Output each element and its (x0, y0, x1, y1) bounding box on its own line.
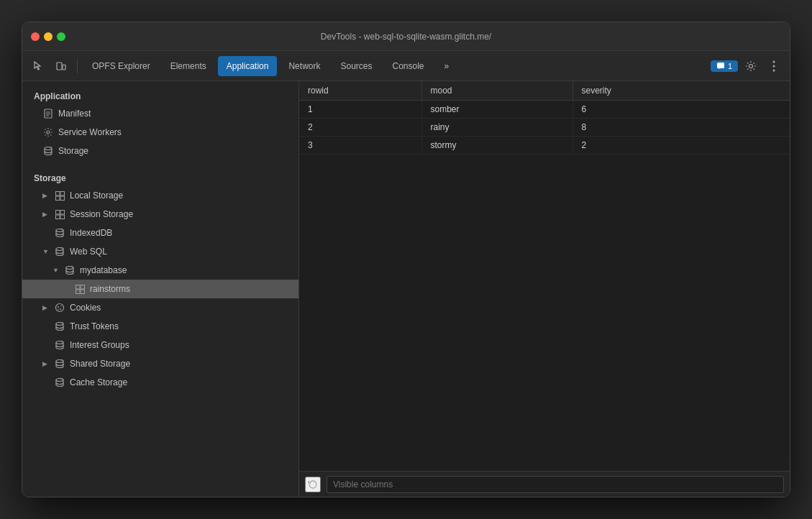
svg-rect-18 (60, 210, 65, 214)
sidebar-item-local-storage[interactable]: ▶ Local Storage (22, 186, 298, 205)
sidebar-item-manifest[interactable]: Manifest (22, 104, 298, 123)
storage-icon (42, 145, 54, 157)
tab-console[interactable]: Console (384, 56, 433, 76)
cell-severity-2: 8 (572, 119, 790, 137)
svg-point-32 (58, 309, 58, 310)
sidebar-item-cookies[interactable]: ▶ Cookies (22, 298, 298, 317)
svg-point-35 (56, 360, 63, 363)
chat-icon (716, 62, 725, 70)
svg-point-34 (56, 341, 63, 344)
tab-opfs[interactable]: OPFS Explorer (83, 56, 159, 76)
device-mode-button[interactable] (51, 56, 71, 76)
sidebar-item-mydatabase[interactable]: ▼ mydatabase (22, 261, 298, 280)
devtools-window: DevTools - web-sql-to-sqlite-wasm.glitch… (22, 22, 790, 497)
data-table: rowid mood severity 1 somber 6 2 (299, 81, 790, 471)
table-row[interactable]: 2 rainy 8 (299, 119, 790, 137)
svg-rect-25 (81, 285, 85, 289)
sidebar-item-shared-storage[interactable]: ▶ Shared Storage (22, 354, 298, 373)
db-icon-websql (54, 246, 65, 257)
title-bar: DevTools - web-sql-to-sqlite-wasm.glitch… (22, 22, 790, 51)
arrow-web-sql: ▼ (42, 248, 50, 255)
svg-rect-1 (63, 65, 65, 70)
grid-icon-rainstorms (74, 283, 86, 295)
col-header-severity[interactable]: severity (572, 81, 790, 101)
sidebar-item-storage-app[interactable]: Storage (22, 142, 298, 160)
svg-rect-15 (55, 196, 60, 201)
table-row[interactable]: 3 stormy 2 (299, 137, 790, 155)
visible-columns-input[interactable] (327, 476, 784, 493)
db-icon-interest (54, 339, 65, 351)
svg-rect-24 (76, 285, 80, 289)
toolbar-right: 1 (711, 56, 784, 76)
arrow-mydatabase: ▼ (53, 267, 60, 274)
grid-icon-ss (54, 208, 65, 220)
svg-point-3 (749, 64, 753, 68)
cell-mood-2: rainy (421, 119, 572, 137)
maximize-button[interactable] (57, 32, 65, 41)
table-row[interactable]: 1 somber 6 (299, 101, 790, 119)
bottom-bar (299, 471, 790, 497)
sidebar-item-rainstorms[interactable]: ▶ rainstorms (22, 280, 298, 298)
sidebar-item-trust-tokens[interactable]: ▶ Trust Tokens (22, 317, 298, 336)
application-section-header: Application (22, 87, 298, 104)
svg-rect-2 (717, 63, 724, 68)
refresh-button[interactable] (305, 477, 321, 492)
sidebar-item-session-storage[interactable]: ▶ Session Storage (22, 205, 298, 224)
arrow-shared-storage: ▶ (42, 360, 50, 367)
svg-point-23 (66, 267, 73, 270)
sidebar-item-indexeddb[interactable]: ▶ IndexedDB (22, 224, 298, 242)
sidebar-item-interest-groups[interactable]: ▶ Interest Groups (22, 336, 298, 354)
svg-rect-0 (57, 63, 62, 70)
tab-sources[interactable]: Sources (332, 56, 380, 76)
sidebar-item-cache-storage[interactable]: ▶ Cache Storage (22, 373, 298, 392)
storage-section-header: Storage (22, 169, 298, 186)
tab-network[interactable]: Network (280, 56, 329, 76)
arrow-local-storage: ▶ (42, 192, 50, 199)
svg-point-11 (47, 131, 50, 134)
sidebar-item-web-sql[interactable]: ▼ Web SQL (22, 242, 298, 261)
sidebar: Application Manifest (22, 81, 299, 497)
svg-rect-14 (60, 191, 65, 196)
notification-badge[interactable]: 1 (711, 60, 738, 72)
section-gap (22, 160, 298, 169)
sidebar-item-service-workers[interactable]: Service Workers (22, 123, 298, 142)
minimize-button[interactable] (44, 32, 53, 41)
svg-point-29 (58, 306, 59, 308)
more-options-button[interactable] (764, 56, 784, 76)
db-icon-mydb (64, 265, 76, 276)
cell-rowid-1: 1 (299, 101, 421, 119)
settings-button[interactable] (741, 56, 761, 76)
svg-rect-13 (55, 191, 60, 196)
svg-rect-20 (60, 215, 65, 219)
inspect-element-button[interactable] (28, 56, 48, 76)
db-icon-cache (54, 377, 65, 388)
svg-point-5 (773, 65, 775, 67)
arrow-cookies: ▶ (42, 304, 50, 311)
svg-rect-26 (76, 290, 80, 294)
gear-icon (42, 127, 54, 138)
svg-point-28 (56, 304, 64, 312)
svg-point-36 (56, 379, 63, 382)
db-icon-trust (54, 321, 65, 332)
cursor-icon (32, 60, 44, 72)
tab-more[interactable]: » (436, 56, 458, 76)
col-header-mood[interactable]: mood (421, 81, 572, 101)
cell-severity-3: 2 (572, 137, 790, 155)
doc-icon (42, 108, 54, 119)
svg-point-6 (773, 69, 775, 71)
svg-point-4 (773, 60, 775, 63)
cookie-icon (54, 302, 65, 313)
svg-point-12 (45, 147, 52, 150)
toolbar-divider-1 (77, 59, 78, 73)
col-header-rowid[interactable]: rowid (299, 81, 421, 101)
device-icon (55, 60, 67, 72)
svg-point-21 (56, 229, 63, 232)
close-button[interactable] (31, 32, 40, 41)
svg-point-33 (56, 323, 63, 326)
svg-rect-27 (81, 290, 85, 294)
refresh-icon (308, 479, 318, 490)
cell-severity-1: 6 (572, 101, 790, 119)
tab-elements[interactable]: Elements (162, 56, 215, 76)
tab-application[interactable]: Application (218, 56, 278, 76)
svg-rect-17 (55, 210, 60, 214)
